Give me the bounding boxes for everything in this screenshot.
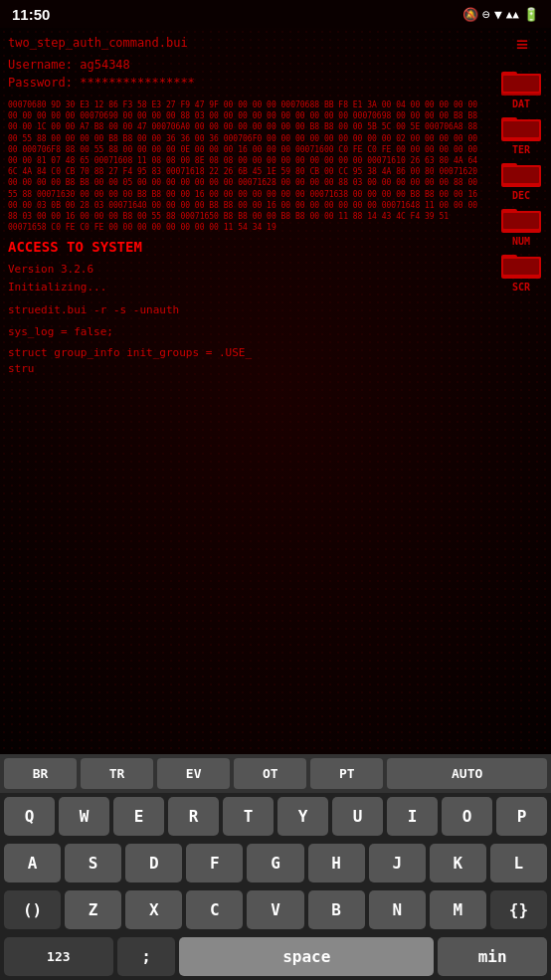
key-y[interactable]: Y	[277, 797, 328, 836]
folder-scr-label: SCR	[512, 282, 530, 293]
key-t[interactable]: T	[223, 797, 274, 836]
sidebar: ≡ DAT	[493, 28, 551, 754]
minus-circle-icon: ⊖	[482, 7, 490, 22]
key-x[interactable]: X	[125, 890, 182, 929]
key-row-1: Q W E R T Y U I O P	[0, 793, 551, 840]
svg-rect-20	[503, 259, 539, 275]
status-icons: 🔕 ⊖ ▼ ▲▲ 🔋	[462, 7, 539, 22]
folder-num-label: NUM	[512, 236, 530, 247]
user-info: Username: ag54348 Password: ************…	[8, 56, 485, 92]
key-s[interactable]: S	[65, 844, 121, 882]
btn-tr[interactable]: TR	[81, 758, 153, 789]
key-b[interactable]: B	[308, 890, 365, 929]
btn-br[interactable]: BR	[4, 758, 77, 789]
folder-ter-icon	[501, 113, 541, 143]
key-l[interactable]: L	[490, 844, 547, 882]
battery-icon: 🔋	[523, 7, 539, 22]
filename: two_step_auth_command.bui	[8, 36, 485, 50]
key-u[interactable]: U	[332, 797, 383, 836]
version-line: Version 3.2.6	[8, 261, 485, 279]
keyboard-area: BR TR EV OT PT AUTO Q W E R T Y U I O P …	[0, 754, 551, 980]
key-k[interactable]: K	[430, 844, 486, 882]
btn-ev[interactable]: EV	[157, 758, 230, 789]
key-braces[interactable]: {}	[490, 890, 547, 929]
hex-data-block: 00070680 9D 30 E3 12 86 F3 58 E3 27 F9 4…	[8, 99, 485, 233]
key-w[interactable]: W	[59, 797, 109, 836]
notification-icon: 🔕	[462, 7, 478, 22]
key-v[interactable]: V	[247, 890, 303, 929]
terminal-area: two_step_auth_command.bui Username: ag54…	[0, 28, 551, 754]
folder-dat-label: DAT	[512, 98, 530, 109]
svg-rect-8	[503, 121, 539, 137]
version-info: Version 3.2.6 Initializing...	[8, 261, 485, 295]
key-j[interactable]: J	[369, 844, 426, 882]
folder-scr-icon	[501, 251, 541, 281]
svg-rect-12	[503, 167, 539, 183]
key-r[interactable]: R	[168, 797, 219, 836]
folder-scr[interactable]: SCR	[497, 251, 545, 293]
btn-ot[interactable]: OT	[234, 758, 306, 789]
key-space[interactable]: space	[179, 937, 434, 976]
wifi-icon: ▼	[494, 7, 502, 22]
btn-auto[interactable]: AUTO	[387, 758, 547, 789]
folder-dec-label: DEC	[512, 190, 530, 201]
btn-pt[interactable]: PT	[310, 758, 383, 789]
status-bar: 11:50 🔕 ⊖ ▼ ▲▲ 🔋	[0, 0, 551, 28]
struct-cont: stru	[8, 361, 485, 378]
initializing-line: Initializing...	[8, 279, 485, 296]
svg-rect-4	[503, 76, 539, 92]
status-time: 11:50	[12, 6, 50, 23]
func-row: BR TR EV OT PT AUTO	[0, 754, 551, 793]
key-a[interactable]: A	[4, 844, 61, 882]
key-row-2: A S D F G H J K L	[0, 840, 551, 886]
folder-dec-icon	[501, 159, 541, 189]
key-n[interactable]: N	[369, 890, 426, 929]
key-i[interactable]: I	[387, 797, 438, 836]
terminal-text: two_step_auth_command.bui Username: ag54…	[0, 28, 493, 754]
folder-num[interactable]: NUM	[497, 205, 545, 247]
folder-dat[interactable]: DAT	[497, 68, 545, 109]
password-line: Password: ****************	[8, 74, 485, 92]
struct-text: struct group_info init_groups = .USE_	[8, 345, 485, 362]
key-parens[interactable]: ()	[4, 890, 61, 929]
key-e[interactable]: E	[113, 797, 164, 836]
folder-ter-label: TER	[512, 144, 530, 155]
hamburger-icon[interactable]: ≡	[516, 34, 528, 54]
key-semicolon[interactable]: ;	[117, 937, 176, 976]
key-m[interactable]: M	[430, 890, 486, 929]
signal-icon: ▲▲	[506, 8, 519, 21]
key-d[interactable]: D	[125, 844, 182, 882]
key-g[interactable]: G	[247, 844, 303, 882]
key-z[interactable]: Z	[65, 890, 121, 929]
key-q[interactable]: Q	[4, 797, 55, 836]
command2: sys_log = false;	[8, 323, 485, 341]
key-h[interactable]: H	[308, 844, 365, 882]
folder-ter[interactable]: TER	[497, 113, 545, 155]
key-123[interactable]: 123	[4, 937, 113, 976]
key-f[interactable]: F	[186, 844, 243, 882]
svg-rect-16	[503, 213, 539, 229]
key-min[interactable]: min	[438, 937, 547, 976]
key-p[interactable]: P	[496, 797, 547, 836]
struct-line: struct group_info init_groups = .USE_	[8, 346, 252, 359]
folder-dec[interactable]: DEC	[497, 159, 545, 201]
key-row-3: () Z X C V B N M {}	[0, 886, 551, 933]
folder-dat-icon	[501, 68, 541, 98]
username-line: Username: ag54348	[8, 56, 485, 74]
key-o[interactable]: O	[442, 797, 492, 836]
key-c[interactable]: C	[186, 890, 243, 929]
command1: struedit.bui -r -s -unauth	[8, 301, 485, 319]
folder-num-icon	[501, 205, 541, 235]
access-title: ACCESS TO SYSTEM	[8, 239, 485, 255]
key-row-bottom: 123 ; space min	[0, 933, 551, 980]
